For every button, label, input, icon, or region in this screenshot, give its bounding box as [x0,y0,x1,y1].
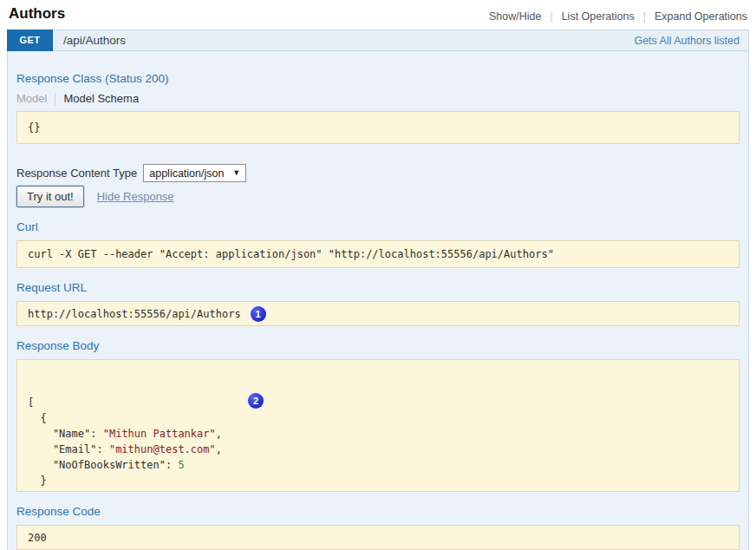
try-it-out-button[interactable]: Try it out! [16,186,84,207]
tab-model-schema[interactable]: Model Schema [63,92,139,105]
hide-response-link[interactable]: Hide Response [97,190,174,203]
annotation-badge-2: 2 [248,393,264,409]
link-divider: | [550,10,552,23]
request-url-heading: Request URL [16,281,740,294]
model-tabs: Model Model Schema [16,92,740,105]
operation-path-link[interactable]: /api/Authors [63,34,634,47]
response-code-value: 200 [28,532,47,544]
list-operations-link[interactable]: List Operations [562,10,635,23]
operation-content-panel: Response Class (Status 200) Model Model … [7,51,749,550]
response-body-code: [ { "Name": "Mithun Pattankar", "Email":… [28,395,728,492]
response-code-heading: Response Code [16,505,740,518]
curl-command-box: curl -X GET --header "Accept: applicatio… [16,240,740,268]
response-class-heading: Response Class (Status 200) [16,72,740,85]
http-method-badge[interactable]: GET [7,29,53,51]
link-divider: | [643,10,646,23]
response-body-box: [ { "Name": "Mithun Pattankar", "Email":… [16,359,740,492]
operation-summary-link[interactable]: Gets All Authors listed [634,35,748,47]
content-type-select-wrap: application/json ▼ [143,164,246,182]
page-title: Authors [9,5,65,23]
tab-model[interactable]: Model [16,92,47,105]
resource-actions: Show/Hide | List Operations | Expand Ope… [489,10,747,23]
resource-header: Authors Show/Hide | List Operations | Ex… [7,0,749,29]
request-url-value: http://localhost:55556/api/Authors [28,308,241,320]
operation-heading-bar: GET /api/Authors Gets All Authors listed [7,29,749,51]
tab-divider [55,93,55,105]
try-row: Try it out! Hide Response [16,186,740,207]
content-type-select[interactable]: application/json [144,165,245,181]
swagger-page: Authors Show/Hide | List Operations | Ex… [0,0,756,550]
response-content-type-row: Response Content Type application/json ▼ [16,164,740,182]
show-hide-link[interactable]: Show/Hide [489,10,541,23]
annotation-badge-1: 1 [251,306,266,322]
model-schema-box: {} [16,111,740,144]
request-url-box: http://localhost:55556/api/Authors 1 [16,301,740,326]
response-body-heading: Response Body [16,339,740,352]
response-content-type-label: Response Content Type [16,167,137,180]
expand-operations-link[interactable]: Expand Operations [655,10,747,23]
response-code-box: 200 [16,525,740,550]
curl-heading: Curl [16,220,740,233]
